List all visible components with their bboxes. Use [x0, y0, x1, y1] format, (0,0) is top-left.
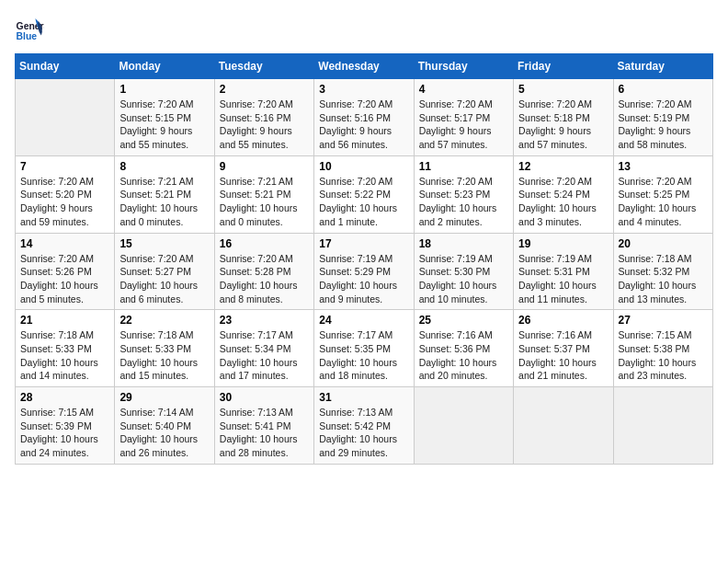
day-info: Sunrise: 7:20 AM Sunset: 5:26 PM Dayligh… [20, 252, 109, 306]
weekday-header-row: SundayMondayTuesdayWednesdayThursdayFrid… [16, 54, 713, 79]
day-number: 20 [619, 237, 708, 250]
day-number: 13 [619, 160, 708, 173]
calendar-cell: 26 Sunrise: 7:16 AM Sunset: 5:37 PM Dayl… [514, 310, 613, 387]
day-info: Sunrise: 7:20 AM Sunset: 5:23 PM Dayligh… [419, 175, 508, 229]
day-info: Sunrise: 7:19 AM Sunset: 5:29 PM Dayligh… [319, 252, 408, 306]
calendar-cell: 2 Sunrise: 7:20 AM Sunset: 5:16 PM Dayli… [214, 79, 313, 156]
day-info: Sunrise: 7:20 AM Sunset: 5:18 PM Dayligh… [518, 98, 608, 152]
day-number: 18 [419, 237, 508, 250]
calendar-cell: 23 Sunrise: 7:17 AM Sunset: 5:34 PM Dayl… [214, 310, 313, 387]
day-number: 14 [20, 237, 109, 250]
week-row-1: 1 Sunrise: 7:20 AM Sunset: 5:15 PM Dayli… [16, 79, 713, 156]
day-info: Sunrise: 7:19 AM Sunset: 5:31 PM Dayligh… [518, 252, 608, 306]
calendar-cell: 28 Sunrise: 7:15 AM Sunset: 5:39 PM Dayl… [16, 387, 115, 465]
day-number: 25 [419, 314, 508, 327]
day-info: Sunrise: 7:20 AM Sunset: 5:16 PM Dayligh… [220, 98, 309, 152]
calendar-cell: 13 Sunrise: 7:20 AM Sunset: 5:25 PM Dayl… [613, 155, 712, 233]
weekday-header-thursday: Thursday [414, 54, 513, 79]
day-info: Sunrise: 7:15 AM Sunset: 5:38 PM Dayligh… [619, 328, 708, 383]
logo-icon: General Blue [15, 15, 44, 44]
calendar-cell: 9 Sunrise: 7:21 AM Sunset: 5:21 PM Dayli… [214, 155, 313, 233]
calendar-cell: 7 Sunrise: 7:20 AM Sunset: 5:20 PM Dayli… [16, 155, 115, 233]
day-info: Sunrise: 7:20 AM Sunset: 5:25 PM Dayligh… [619, 175, 708, 229]
calendar-table: SundayMondayTuesdayWednesdayThursdayFrid… [15, 53, 713, 465]
calendar-cell: 29 Sunrise: 7:14 AM Sunset: 5:40 PM Dayl… [115, 387, 214, 465]
day-number: 1 [119, 83, 209, 96]
day-info: Sunrise: 7:16 AM Sunset: 5:36 PM Dayligh… [419, 328, 508, 383]
day-number: 2 [220, 83, 309, 96]
calendar-cell: 14 Sunrise: 7:20 AM Sunset: 5:26 PM Dayl… [16, 233, 115, 310]
day-number: 7 [20, 160, 109, 173]
calendar-cell [613, 387, 712, 465]
weekday-header-friday: Friday [514, 54, 613, 79]
calendar-cell: 15 Sunrise: 7:20 AM Sunset: 5:27 PM Dayl… [115, 233, 214, 310]
calendar-cell: 12 Sunrise: 7:20 AM Sunset: 5:24 PM Dayl… [514, 155, 613, 233]
day-info: Sunrise: 7:13 AM Sunset: 5:41 PM Dayligh… [220, 406, 309, 460]
day-info: Sunrise: 7:13 AM Sunset: 5:42 PM Dayligh… [319, 406, 408, 460]
day-info: Sunrise: 7:20 AM Sunset: 5:15 PM Dayligh… [119, 98, 209, 152]
day-number: 9 [220, 160, 309, 173]
calendar-cell: 4 Sunrise: 7:20 AM Sunset: 5:17 PM Dayli… [414, 79, 513, 156]
day-number: 31 [319, 391, 408, 404]
calendar-cell: 5 Sunrise: 7:20 AM Sunset: 5:18 PM Dayli… [514, 79, 613, 156]
day-number: 4 [419, 83, 508, 96]
day-number: 16 [220, 237, 309, 250]
day-number: 12 [518, 160, 608, 173]
day-number: 6 [619, 83, 708, 96]
day-info: Sunrise: 7:20 AM Sunset: 5:16 PM Dayligh… [319, 98, 408, 152]
week-row-2: 7 Sunrise: 7:20 AM Sunset: 5:20 PM Dayli… [16, 155, 713, 233]
calendar-cell: 24 Sunrise: 7:17 AM Sunset: 5:35 PM Dayl… [314, 310, 414, 387]
day-info: Sunrise: 7:20 AM Sunset: 5:24 PM Dayligh… [518, 175, 608, 229]
calendar-cell [16, 79, 115, 156]
calendar-cell [514, 387, 613, 465]
day-number: 11 [419, 160, 508, 173]
day-info: Sunrise: 7:19 AM Sunset: 5:30 PM Dayligh… [419, 252, 508, 306]
day-info: Sunrise: 7:18 AM Sunset: 5:33 PM Dayligh… [119, 328, 209, 383]
day-number: 17 [319, 237, 408, 250]
week-row-3: 14 Sunrise: 7:20 AM Sunset: 5:26 PM Dayl… [16, 233, 713, 310]
calendar-cell: 10 Sunrise: 7:20 AM Sunset: 5:22 PM Dayl… [314, 155, 414, 233]
day-info: Sunrise: 7:14 AM Sunset: 5:40 PM Dayligh… [119, 406, 209, 460]
day-number: 8 [119, 160, 209, 173]
weekday-header-monday: Monday [115, 54, 214, 79]
calendar-cell: 17 Sunrise: 7:19 AM Sunset: 5:29 PM Dayl… [314, 233, 414, 310]
day-info: Sunrise: 7:17 AM Sunset: 5:35 PM Dayligh… [319, 328, 408, 383]
day-number: 28 [20, 391, 109, 404]
day-number: 19 [518, 237, 608, 250]
calendar-cell: 16 Sunrise: 7:20 AM Sunset: 5:28 PM Dayl… [214, 233, 313, 310]
day-info: Sunrise: 7:16 AM Sunset: 5:37 PM Dayligh… [518, 328, 608, 383]
calendar-cell: 21 Sunrise: 7:18 AM Sunset: 5:33 PM Dayl… [16, 310, 115, 387]
weekday-header-wednesday: Wednesday [314, 54, 414, 79]
calendar-cell: 31 Sunrise: 7:13 AM Sunset: 5:42 PM Dayl… [314, 387, 414, 465]
day-info: Sunrise: 7:21 AM Sunset: 5:21 PM Dayligh… [220, 175, 309, 229]
day-number: 29 [119, 391, 209, 404]
calendar-cell: 8 Sunrise: 7:21 AM Sunset: 5:21 PM Dayli… [115, 155, 214, 233]
day-number: 3 [319, 83, 408, 96]
day-number: 5 [518, 83, 608, 96]
calendar-cell: 18 Sunrise: 7:19 AM Sunset: 5:30 PM Dayl… [414, 233, 513, 310]
day-info: Sunrise: 7:20 AM Sunset: 5:27 PM Dayligh… [119, 252, 209, 306]
logo: General Blue [15, 15, 48, 44]
day-info: Sunrise: 7:18 AM Sunset: 5:33 PM Dayligh… [20, 328, 109, 383]
day-info: Sunrise: 7:21 AM Sunset: 5:21 PM Dayligh… [119, 175, 209, 229]
day-info: Sunrise: 7:18 AM Sunset: 5:32 PM Dayligh… [619, 252, 708, 306]
weekday-header-saturday: Saturday [613, 54, 712, 79]
day-number: 15 [119, 237, 209, 250]
day-info: Sunrise: 7:20 AM Sunset: 5:22 PM Dayligh… [319, 175, 408, 229]
day-number: 26 [518, 314, 608, 327]
day-number: 22 [119, 314, 209, 327]
day-info: Sunrise: 7:20 AM Sunset: 5:20 PM Dayligh… [20, 175, 109, 229]
day-info: Sunrise: 7:20 AM Sunset: 5:19 PM Dayligh… [619, 98, 708, 152]
calendar-cell: 19 Sunrise: 7:19 AM Sunset: 5:31 PM Dayl… [514, 233, 613, 310]
day-info: Sunrise: 7:20 AM Sunset: 5:17 PM Dayligh… [419, 98, 508, 152]
calendar-cell: 3 Sunrise: 7:20 AM Sunset: 5:16 PM Dayli… [314, 79, 414, 156]
page-header: General Blue [15, 15, 713, 44]
weekday-header-tuesday: Tuesday [214, 54, 313, 79]
day-number: 23 [220, 314, 309, 327]
calendar-cell: 25 Sunrise: 7:16 AM Sunset: 5:36 PM Dayl… [414, 310, 513, 387]
week-row-4: 21 Sunrise: 7:18 AM Sunset: 5:33 PM Dayl… [16, 310, 713, 387]
weekday-header-sunday: Sunday [16, 54, 115, 79]
day-number: 10 [319, 160, 408, 173]
calendar-cell: 30 Sunrise: 7:13 AM Sunset: 5:41 PM Dayl… [214, 387, 313, 465]
calendar-cell: 22 Sunrise: 7:18 AM Sunset: 5:33 PM Dayl… [115, 310, 214, 387]
